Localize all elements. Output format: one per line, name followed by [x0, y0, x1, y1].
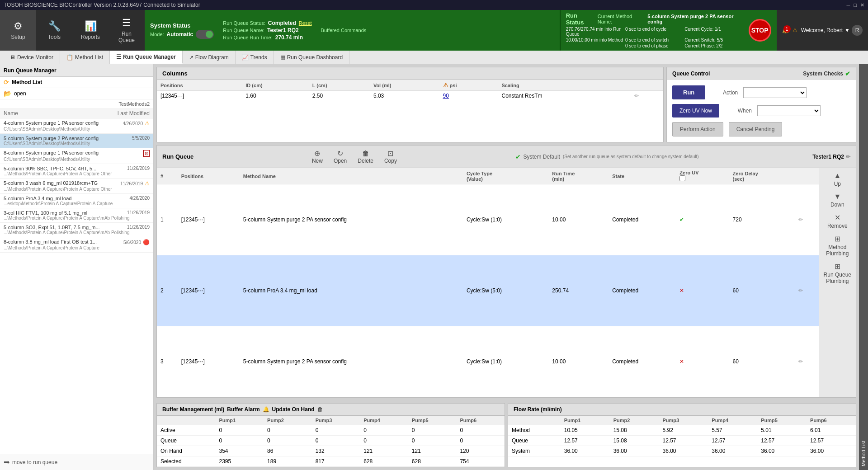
- rq-manager-title: Run Queue Manager: [0, 64, 153, 77]
- run-queue-button[interactable]: ☰ RunQueue: [108, 10, 145, 51]
- col-scaling-header: Scaling: [498, 80, 630, 91]
- flow-diagram-label: Flow Diagram: [195, 54, 229, 61]
- rq-row-3[interactable]: 3 [12345---] 5-column System purge 2 PA …: [157, 326, 819, 397]
- method-list-tab-icon: 📋: [66, 54, 73, 61]
- buffer-alarm-label: Buffer Alarm: [227, 406, 259, 413]
- user-label: Welcome, Robert: [801, 27, 843, 33]
- fr-method-label: Method: [508, 425, 561, 436]
- flow-diagram-icon: ↗: [189, 54, 193, 61]
- method-list-vertical-tab[interactable]: Method List: [859, 64, 868, 470]
- flow-rate-panel: Flow Rate (ml/min) Pump1 Pump2 Pump3 Pum…: [508, 403, 856, 467]
- col-scaling: Constant ResTm: [498, 91, 630, 101]
- method-plumbing-button[interactable]: ⊞ MethodPlumbing: [823, 233, 851, 258]
- buffer-mgmt-header: Buffer Management (ml) Buffer Alarm 🔔 Up…: [157, 404, 505, 416]
- queue-name-edit-icon[interactable]: ✏: [846, 154, 850, 160]
- tab-trends[interactable]: 📈 Trends: [236, 51, 274, 64]
- maximize-btn[interactable]: □: [854, 2, 857, 8]
- tools-button[interactable]: 🔧 Tools: [36, 10, 72, 51]
- col-edit-btn[interactable]: ✏: [631, 91, 663, 101]
- main-content: Run Queue Manager ⟳ Method List 📂 open T…: [0, 64, 868, 470]
- method-item-6[interactable]: 3-col HIC FTV1, 100 mg of 5.1 mg_ml 11/2…: [0, 208, 153, 223]
- method-item-8[interactable]: 8-column 3.8 mg_ml load First OB test 1.…: [0, 237, 153, 253]
- reset-button[interactable]: Reset: [299, 20, 312, 26]
- method-item-4[interactable]: 5-column 3 wash 6 mg_ml 021918rcm+TG 11/…: [0, 179, 153, 194]
- open-label: Open: [334, 158, 347, 164]
- delete-icon: 🗑: [362, 150, 369, 158]
- rq-row-3-edit[interactable]: ✏: [795, 326, 818, 397]
- method-plumbing-icon: ⊞: [835, 235, 840, 243]
- fr-pump4-header: Pump4: [708, 416, 757, 425]
- rq-row-2-edit[interactable]: ✏: [795, 255, 818, 326]
- rq-row-2-method: 5-column ProA 3.4 mg_ml load: [240, 255, 463, 326]
- zero-uv-button[interactable]: Zero UV Now: [672, 104, 719, 118]
- fr-pump3-header: Pump3: [659, 416, 708, 425]
- bm-pump5-header: Pump5: [408, 416, 457, 425]
- rq-row-3-run-time: 10.00: [548, 326, 609, 397]
- tab-flow-diagram[interactable]: ↗ Flow Diagram: [183, 51, 236, 64]
- upper-panels: Columns Positions ID (cm) L (cm) Vol (ml…: [156, 67, 856, 142]
- tab-run-queue-dashboard[interactable]: ▦ Run Queue Dashboard: [274, 51, 349, 64]
- run-queue-plumbing-button[interactable]: ⊞ Run QueuePlumbing: [821, 260, 854, 286]
- flow-rate-table: Pump1 Pump2 Pump3 Pump4 Pump5 Pump6 Meth…: [508, 416, 856, 456]
- run-button[interactable]: Run: [672, 85, 705, 99]
- sec-end-phase-placeholder: [566, 43, 624, 48]
- run-queue-plumbing-label: Run QueuePlumbing: [824, 272, 851, 284]
- reports-icon: 📊: [85, 20, 97, 32]
- rq-row-3-method: 5-column System purge 2 PA sensor config: [240, 326, 463, 397]
- rq-row-1-zero-uv: ✔: [676, 184, 729, 255]
- rq-row-1-method: 5-column System purge 2 PA sensor config: [240, 184, 463, 255]
- setup-button[interactable]: ⚙ Setup: [0, 10, 36, 51]
- move-to-run-queue-button[interactable]: ➡ move to run queue: [0, 454, 153, 470]
- cancel-pending-button[interactable]: Cancel Pending: [729, 122, 783, 136]
- up-button[interactable]: ▲ Up: [831, 170, 844, 189]
- notification-badge: 1: [783, 25, 791, 33]
- rq-row-3-positions: [12345---]: [178, 326, 240, 397]
- perform-action-button[interactable]: Perform Action: [672, 122, 723, 136]
- run-queue-header: Run Queue ⊕ New ↻ Open 🗑 Delete: [157, 146, 856, 168]
- error-icon-8: 🔴: [143, 239, 150, 245]
- method-item-copy[interactable]: 8-column System purge 1 PA sensor config…: [0, 148, 153, 164]
- fr-empty-header: [508, 416, 561, 425]
- bm-pump1-header: Pump1: [216, 416, 264, 425]
- rq-row-2-run-time: 250.74: [548, 255, 609, 326]
- minimize-btn[interactable]: ─: [847, 2, 850, 8]
- down-button[interactable]: ▼ Down: [828, 191, 847, 210]
- stop-button[interactable]: STOP: [749, 19, 771, 42]
- tab-method-list[interactable]: 📋 Method List: [60, 51, 110, 64]
- rq-row-3-zero-uv: ✕: [676, 326, 729, 397]
- rq-time-row: Run Queue Run Time: 270.74 min: [223, 34, 311, 41]
- current-phase: Current Phase: 2/2: [684, 43, 743, 48]
- sec-end-cycle: 0 sec to end of cycle: [625, 27, 684, 37]
- rq-row-2[interactable]: 2 [12345---] 5-column ProA 3.4 mg_ml loa…: [157, 255, 819, 326]
- tab-device-monitor[interactable]: 🖥 Device Monitor: [4, 51, 60, 64]
- group-name: TestMethods2: [0, 99, 153, 109]
- delete-button[interactable]: 🗑 Delete: [353, 148, 378, 166]
- open-button[interactable]: ↻ Open: [329, 147, 351, 166]
- bell-button[interactable]: 🔔 1: [782, 27, 789, 33]
- tab-run-queue-manager[interactable]: ☰ Run Queue Manager: [110, 51, 183, 64]
- method-item-7[interactable]: 5-column SO3, Expt 51, 1.0RT, 7.5 mg_m..…: [0, 223, 153, 237]
- app-title: TOSOH BIOSCIENCE BIOController Version 2…: [4, 2, 200, 8]
- remove-button[interactable]: ✕ Remove: [825, 212, 850, 231]
- method-item-selected[interactable]: 5-column System purge 2 PA sensor config…: [0, 134, 153, 148]
- method-item[interactable]: 4-column System purge 1 PA sensor config…: [0, 118, 153, 134]
- when-select[interactable]: [757, 105, 821, 116]
- close-btn[interactable]: ✕: [860, 2, 864, 8]
- zero-uv-all-checkbox[interactable]: [679, 175, 685, 181]
- rq-row-2-zero-uv: ✕: [676, 255, 729, 326]
- rq-row-1[interactable]: 1 [12345---] 5-column System purge 2 PA …: [157, 184, 819, 255]
- method-item-3[interactable]: 5-column 90% SBC, TPHC, 5CV, 4RT, 5... 1…: [0, 164, 153, 179]
- method-item-5[interactable]: 5-column ProA 3.4 mg_ml load 4/26/2020 .…: [0, 194, 153, 208]
- window-controls[interactable]: ─ □ ✕: [847, 2, 864, 8]
- mode-toggle[interactable]: [196, 30, 214, 39]
- rq-row-1-edit[interactable]: ✏: [795, 184, 818, 255]
- col-name-header: Name: [4, 110, 18, 117]
- new-button[interactable]: ⊕ New: [307, 147, 327, 166]
- run-status-content: Run Status Current Method Name: 5-column…: [566, 12, 743, 48]
- move-to-rq-label: move to run queue: [12, 459, 57, 465]
- col-modified-header: Last Modified: [118, 110, 150, 117]
- action-select[interactable]: [743, 87, 807, 98]
- copy-button[interactable]: ⊡ Copy: [380, 147, 401, 166]
- method-plumbing-label: MethodPlumbing: [826, 244, 849, 257]
- reports-button[interactable]: 📊 Reports: [72, 10, 108, 51]
